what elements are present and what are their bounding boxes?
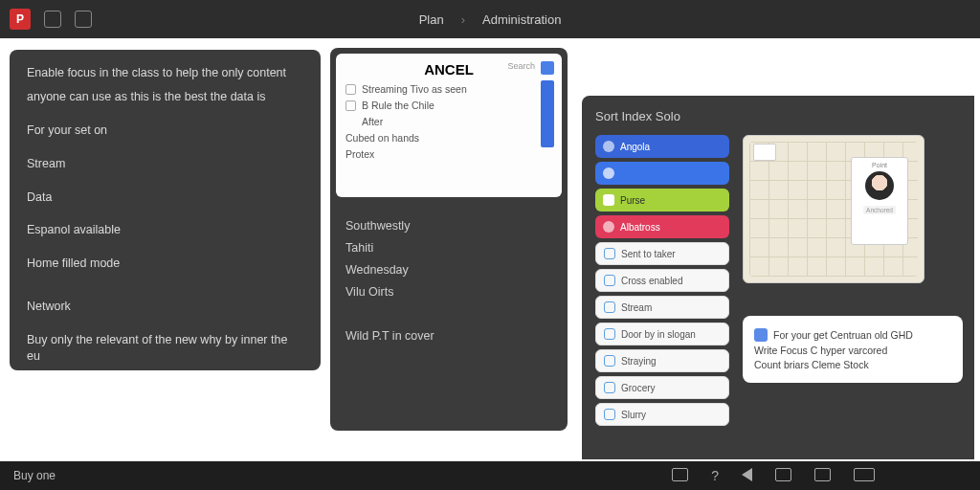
category-pill[interactable] [595, 162, 729, 185]
category-pill[interactable]: Straying [595, 349, 729, 372]
square-icon [604, 409, 615, 420]
note-text: For your get Centruan old GHD [773, 329, 913, 341]
left-text: Espanol available [27, 222, 303, 238]
panel-title: Sort Index Solo [595, 109, 961, 123]
scrollbar[interactable] [541, 80, 554, 147]
chevron-right-icon: › [461, 12, 465, 27]
left-text: Enable focus in the class to help the on… [27, 65, 303, 81]
nav-icons: ? [672, 468, 875, 483]
breadcrumb: Plan › Administration [419, 12, 562, 27]
left-text: Home filled mode [27, 256, 303, 272]
category-pill[interactable]: Cross enabled [595, 269, 729, 292]
toolbar-button-2[interactable] [75, 11, 92, 28]
category-pill[interactable]: Angola [595, 135, 729, 158]
left-text: For your set on [27, 122, 303, 139]
stage: Enable focus in the class to help the on… [0, 38, 980, 461]
left-panel: Enable focus in the class to help the on… [10, 50, 321, 370]
square-icon [604, 355, 615, 367]
square-icon [604, 248, 615, 259]
pill-list: Angola Purse Albatross Sent to taker Cro… [595, 135, 729, 426]
breadcrumb-item[interactable]: Administration [482, 12, 561, 27]
left-text: Buy only the relevant of the new why by … [27, 332, 303, 365]
back-icon[interactable] [742, 468, 752, 481]
top-bar: P Plan › Administration [0, 0, 980, 38]
date-badge [753, 144, 776, 161]
breadcrumb-item[interactable]: Plan [419, 12, 444, 27]
close-icon[interactable] [541, 61, 554, 75]
list-item[interactable]: Southwestly [345, 219, 552, 233]
note-text: Write Focus C hyper varcored [754, 345, 887, 356]
status-label: Buy one [13, 469, 56, 482]
left-text: Stream [27, 156, 303, 172]
avatar [865, 171, 894, 200]
left-text: anyone can use as this is the best the d… [27, 89, 303, 105]
info-note: For your get Centruan old GHD Write Focu… [743, 316, 963, 383]
square-icon [604, 328, 615, 340]
category-pill[interactable]: Slurry [595, 403, 729, 426]
square-icon [603, 194, 614, 206]
search-label: Search [507, 61, 535, 71]
center-panel: Search ANCEL Streaming Tivo as seen B Ru… [330, 48, 568, 431]
id-card: Point Anchored [851, 157, 908, 245]
square-icon [604, 275, 615, 286]
category-pill[interactable]: Albatross [595, 215, 729, 238]
checkbox-row[interactable]: B Rule the Chile [345, 100, 552, 111]
popup-card: Search ANCEL Streaming Tivo as seen B Ru… [336, 54, 562, 197]
home-icon[interactable] [775, 468, 791, 481]
circle-icon [603, 167, 614, 179]
checkbox-row[interactable]: Streaming Tivo as seen [345, 83, 552, 95]
bottom-bar: Buy one ? [0, 461, 980, 490]
recent-icon[interactable] [814, 468, 831, 481]
help-icon[interactable]: ? [711, 468, 719, 483]
center-list: Southwestly Tahiti Wednesday Vilu Oirts … [345, 211, 552, 351]
checkbox-icon[interactable] [345, 100, 356, 111]
list-item[interactable]: After [345, 116, 552, 127]
preview-thumbnail[interactable]: Point Anchored [743, 135, 924, 283]
info-icon [754, 328, 768, 342]
circle-icon [603, 221, 614, 233]
toolbar-button-1[interactable] [44, 11, 61, 28]
list-item[interactable]: Tahiti [345, 241, 552, 255]
card-label: Anchored [863, 206, 896, 214]
square-icon [604, 301, 615, 313]
category-pill[interactable]: Sent to taker [595, 242, 729, 265]
card-tag: Point [872, 162, 887, 168]
left-text: Data [27, 189, 303, 206]
tab-icon[interactable] [672, 468, 688, 481]
note-text: Count briars Cleme Stock [754, 359, 869, 370]
list-item[interactable]: Wild P.T in cover [345, 329, 552, 343]
left-text: Network [27, 299, 303, 315]
list-item[interactable]: Protex [345, 148, 552, 160]
circle-icon [603, 141, 614, 152]
list-item[interactable]: Vilu Oirts [345, 285, 552, 299]
list-item[interactable]: Cubed on hands [345, 132, 552, 144]
square-icon [604, 382, 615, 393]
list-item[interactable]: Wednesday [345, 263, 552, 277]
category-pill[interactable]: Grocery [595, 376, 729, 399]
overview-icon[interactable] [854, 468, 875, 481]
app-logo[interactable]: P [10, 9, 31, 30]
checkbox-icon[interactable] [345, 84, 356, 95]
category-pill[interactable]: Stream [595, 296, 729, 319]
category-pill[interactable]: Purse [595, 189, 729, 212]
category-pill[interactable]: Door by in slogan [595, 323, 729, 345]
right-panel: Sort Index Solo Angola Purse Albatross S… [582, 96, 974, 459]
